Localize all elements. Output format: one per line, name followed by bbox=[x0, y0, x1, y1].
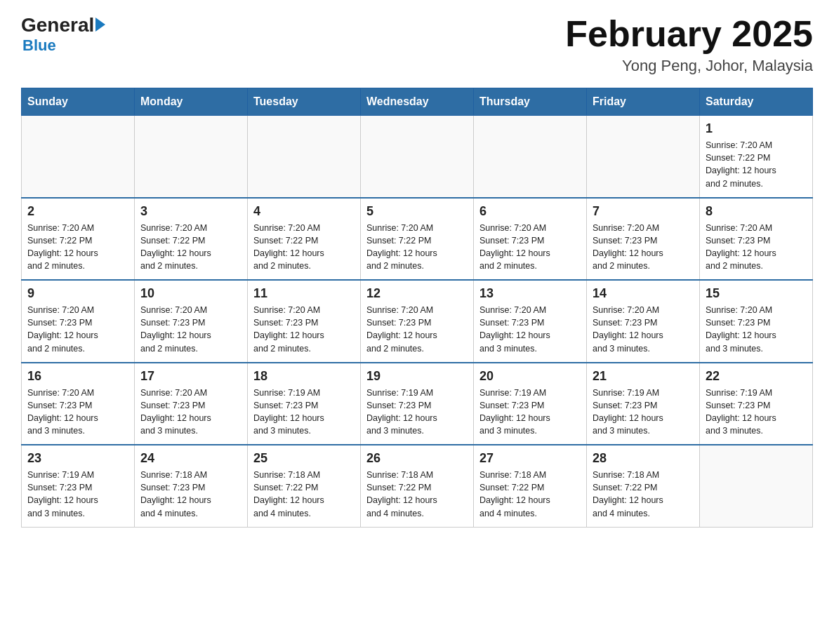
calendar-week-row: 9Sunrise: 7:20 AM Sunset: 7:23 PM Daylig… bbox=[22, 280, 813, 363]
day-info: Sunrise: 7:18 AM Sunset: 7:23 PM Dayligh… bbox=[140, 469, 241, 520]
day-info: Sunrise: 7:20 AM Sunset: 7:22 PM Dayligh… bbox=[706, 139, 807, 190]
calendar-cell: 15Sunrise: 7:20 AM Sunset: 7:23 PM Dayli… bbox=[700, 280, 813, 363]
logo-text: General bbox=[21, 14, 105, 36]
day-info: Sunrise: 7:20 AM Sunset: 7:23 PM Dayligh… bbox=[366, 304, 468, 355]
day-number: 1 bbox=[706, 121, 807, 136]
calendar-subtitle: Yong Peng, Johor, Malaysia bbox=[565, 57, 813, 75]
day-info: Sunrise: 7:20 AM Sunset: 7:22 PM Dayligh… bbox=[253, 222, 355, 273]
calendar-cell bbox=[700, 445, 813, 527]
day-number: 8 bbox=[706, 204, 807, 219]
day-info: Sunrise: 7:20 AM Sunset: 7:23 PM Dayligh… bbox=[253, 304, 355, 355]
day-info: Sunrise: 7:20 AM Sunset: 7:22 PM Dayligh… bbox=[140, 222, 241, 273]
calendar-cell: 22Sunrise: 7:19 AM Sunset: 7:23 PM Dayli… bbox=[700, 363, 813, 445]
calendar-cell: 6Sunrise: 7:20 AM Sunset: 7:23 PM Daylig… bbox=[474, 198, 587, 281]
day-info: Sunrise: 7:19 AM Sunset: 7:23 PM Dayligh… bbox=[253, 387, 355, 438]
day-info: Sunrise: 7:20 AM Sunset: 7:23 PM Dayligh… bbox=[27, 304, 128, 355]
day-number: 21 bbox=[593, 369, 694, 384]
day-number: 3 bbox=[140, 204, 241, 219]
calendar-cell: 23Sunrise: 7:19 AM Sunset: 7:23 PM Dayli… bbox=[22, 445, 135, 527]
day-number: 5 bbox=[366, 204, 468, 219]
weekday-header-saturday: Saturday bbox=[700, 88, 813, 116]
calendar-cell: 17Sunrise: 7:20 AM Sunset: 7:23 PM Dayli… bbox=[135, 363, 248, 445]
weekday-header-friday: Friday bbox=[587, 88, 700, 116]
calendar-cell: 10Sunrise: 7:20 AM Sunset: 7:23 PM Dayli… bbox=[135, 280, 248, 363]
calendar-cell: 27Sunrise: 7:18 AM Sunset: 7:22 PM Dayli… bbox=[474, 445, 587, 527]
calendar-cell: 16Sunrise: 7:20 AM Sunset: 7:23 PM Dayli… bbox=[22, 363, 135, 445]
calendar-cell: 24Sunrise: 7:18 AM Sunset: 7:23 PM Dayli… bbox=[135, 445, 248, 527]
calendar-cell bbox=[248, 116, 361, 198]
calendar-cell: 7Sunrise: 7:20 AM Sunset: 7:23 PM Daylig… bbox=[587, 198, 700, 281]
day-number: 20 bbox=[479, 369, 581, 384]
calendar-week-row: 23Sunrise: 7:19 AM Sunset: 7:23 PM Dayli… bbox=[22, 445, 813, 527]
calendar-cell bbox=[474, 116, 587, 198]
calendar-cell bbox=[361, 116, 474, 198]
day-number: 7 bbox=[593, 204, 694, 219]
day-number: 6 bbox=[479, 204, 581, 219]
calendar-week-row: 1Sunrise: 7:20 AM Sunset: 7:22 PM Daylig… bbox=[22, 116, 813, 198]
day-info: Sunrise: 7:20 AM Sunset: 7:22 PM Dayligh… bbox=[366, 222, 468, 273]
calendar-title: February 2025 bbox=[565, 14, 813, 54]
weekday-header-thursday: Thursday bbox=[474, 88, 587, 116]
day-number: 24 bbox=[140, 451, 241, 466]
calendar-cell: 25Sunrise: 7:18 AM Sunset: 7:22 PM Dayli… bbox=[248, 445, 361, 527]
calendar-cell: 4Sunrise: 7:20 AM Sunset: 7:22 PM Daylig… bbox=[248, 198, 361, 281]
title-block: February 2025 Yong Peng, Johor, Malaysia bbox=[565, 14, 813, 75]
calendar-cell: 2Sunrise: 7:20 AM Sunset: 7:22 PM Daylig… bbox=[22, 198, 135, 281]
calendar-cell: 20Sunrise: 7:19 AM Sunset: 7:23 PM Dayli… bbox=[474, 363, 587, 445]
logo-general: General bbox=[21, 14, 94, 36]
day-number: 17 bbox=[140, 369, 241, 384]
day-number: 18 bbox=[253, 369, 355, 384]
day-number: 28 bbox=[593, 451, 694, 466]
calendar-cell: 14Sunrise: 7:20 AM Sunset: 7:23 PM Dayli… bbox=[587, 280, 700, 363]
logo: General Blue bbox=[21, 14, 105, 55]
day-info: Sunrise: 7:19 AM Sunset: 7:23 PM Dayligh… bbox=[593, 387, 694, 438]
day-number: 10 bbox=[140, 286, 241, 301]
day-number: 4 bbox=[253, 204, 355, 219]
calendar-cell bbox=[22, 116, 135, 198]
day-number: 16 bbox=[27, 369, 128, 384]
calendar-cell bbox=[135, 116, 248, 198]
day-number: 23 bbox=[27, 451, 128, 466]
day-info: Sunrise: 7:18 AM Sunset: 7:22 PM Dayligh… bbox=[253, 469, 355, 520]
day-number: 12 bbox=[366, 286, 468, 301]
calendar-cell: 1Sunrise: 7:20 AM Sunset: 7:22 PM Daylig… bbox=[700, 116, 813, 198]
day-number: 9 bbox=[27, 286, 128, 301]
calendar-cell: 19Sunrise: 7:19 AM Sunset: 7:23 PM Dayli… bbox=[361, 363, 474, 445]
calendar-cell bbox=[587, 116, 700, 198]
calendar-cell: 26Sunrise: 7:18 AM Sunset: 7:22 PM Dayli… bbox=[361, 445, 474, 527]
calendar-cell: 21Sunrise: 7:19 AM Sunset: 7:23 PM Dayli… bbox=[587, 363, 700, 445]
weekday-header-wednesday: Wednesday bbox=[361, 88, 474, 116]
day-info: Sunrise: 7:19 AM Sunset: 7:23 PM Dayligh… bbox=[27, 469, 128, 520]
calendar-cell: 12Sunrise: 7:20 AM Sunset: 7:23 PM Dayli… bbox=[361, 280, 474, 363]
weekday-header-sunday: Sunday bbox=[22, 88, 135, 116]
weekday-header-row: SundayMondayTuesdayWednesdayThursdayFrid… bbox=[22, 88, 813, 116]
day-info: Sunrise: 7:20 AM Sunset: 7:22 PM Dayligh… bbox=[27, 222, 128, 273]
day-number: 11 bbox=[253, 286, 355, 301]
weekday-header-tuesday: Tuesday bbox=[248, 88, 361, 116]
weekday-header-monday: Monday bbox=[135, 88, 248, 116]
page-header: General Blue February 2025 Yong Peng, Jo… bbox=[21, 14, 813, 75]
day-info: Sunrise: 7:20 AM Sunset: 7:23 PM Dayligh… bbox=[140, 304, 241, 355]
day-info: Sunrise: 7:19 AM Sunset: 7:23 PM Dayligh… bbox=[706, 387, 807, 438]
day-number: 2 bbox=[27, 204, 128, 219]
day-info: Sunrise: 7:20 AM Sunset: 7:23 PM Dayligh… bbox=[593, 304, 694, 355]
logo-blue: Blue bbox=[22, 36, 56, 55]
day-info: Sunrise: 7:20 AM Sunset: 7:23 PM Dayligh… bbox=[479, 304, 581, 355]
logo-arrow-icon bbox=[95, 18, 105, 32]
day-number: 26 bbox=[366, 451, 468, 466]
day-info: Sunrise: 7:19 AM Sunset: 7:23 PM Dayligh… bbox=[366, 387, 468, 438]
day-number: 15 bbox=[706, 286, 807, 301]
calendar-cell: 9Sunrise: 7:20 AM Sunset: 7:23 PM Daylig… bbox=[22, 280, 135, 363]
calendar-cell: 13Sunrise: 7:20 AM Sunset: 7:23 PM Dayli… bbox=[474, 280, 587, 363]
calendar-cell: 3Sunrise: 7:20 AM Sunset: 7:22 PM Daylig… bbox=[135, 198, 248, 281]
calendar-cell: 18Sunrise: 7:19 AM Sunset: 7:23 PM Dayli… bbox=[248, 363, 361, 445]
day-number: 19 bbox=[366, 369, 468, 384]
calendar-cell: 28Sunrise: 7:18 AM Sunset: 7:22 PM Dayli… bbox=[587, 445, 700, 527]
day-number: 27 bbox=[479, 451, 581, 466]
day-info: Sunrise: 7:19 AM Sunset: 7:23 PM Dayligh… bbox=[479, 387, 581, 438]
day-info: Sunrise: 7:20 AM Sunset: 7:23 PM Dayligh… bbox=[479, 222, 581, 273]
day-number: 13 bbox=[479, 286, 581, 301]
calendar-week-row: 2Sunrise: 7:20 AM Sunset: 7:22 PM Daylig… bbox=[22, 198, 813, 281]
day-info: Sunrise: 7:18 AM Sunset: 7:22 PM Dayligh… bbox=[479, 469, 581, 520]
calendar-cell: 11Sunrise: 7:20 AM Sunset: 7:23 PM Dayli… bbox=[248, 280, 361, 363]
